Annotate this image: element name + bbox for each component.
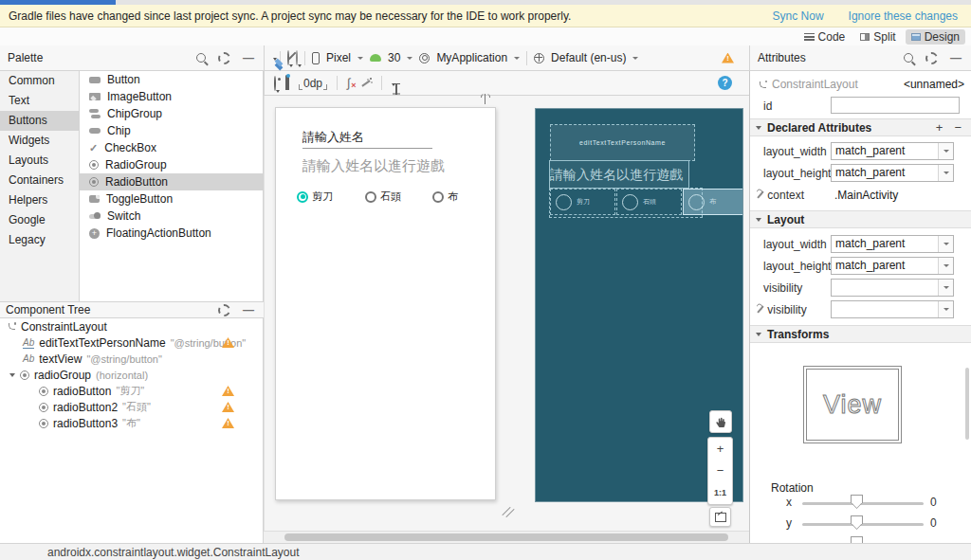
- attr-value[interactable]: .MainActivity: [834, 189, 898, 202]
- night-mode-button[interactable]: [296, 51, 298, 64]
- palette-item-fab[interactable]: +FloatingActionButton: [80, 225, 263, 242]
- layout-section[interactable]: Layout: [750, 210, 971, 228]
- minimize-icon[interactable]: —: [243, 55, 254, 61]
- palette-item-radiobutton[interactable]: RadioButton: [80, 173, 263, 190]
- minimize-icon[interactable]: —: [243, 307, 254, 313]
- transforms-section[interactable]: Transforms: [750, 325, 971, 343]
- id-field[interactable]: [831, 97, 960, 114]
- canvas-resize-handle[interactable]: [501, 506, 514, 517]
- scrollbar-thumb[interactable]: [284, 533, 728, 541]
- tree-node-edittext[interactable]: Ab editTextTextPersonName "@string/butto…: [0, 334, 263, 351]
- palette-item-radiogroup[interactable]: RadioGroup: [80, 156, 263, 173]
- blueprint-radio-group[interactable]: 剪刀 石頭 布: [549, 188, 703, 218]
- locale-selector[interactable]: Default (en-us): [551, 51, 626, 64]
- slider-handle[interactable]: [851, 515, 863, 530]
- zoom-to-fit-button[interactable]: [709, 507, 731, 527]
- tab-split[interactable]: Split: [854, 29, 901, 45]
- expand-chevron-icon[interactable]: [9, 373, 15, 377]
- zoom-100-button[interactable]: 1:1: [714, 487, 726, 499]
- dropdown-button[interactable]: [938, 280, 953, 296]
- infer-constraints-icon[interactable]: [360, 78, 372, 89]
- blueprint-radio-paper-selected[interactable]: 布: [683, 189, 743, 215]
- default-margin-button[interactable]: 0dp: [299, 77, 327, 90]
- palette-item-chip[interactable]: Chip: [80, 122, 263, 139]
- attr-value-dropdown[interactable]: match_parent: [831, 142, 954, 160]
- canvas-radio-rock[interactable]: 石頭: [365, 190, 401, 204]
- zoom-out-button[interactable]: −: [717, 464, 724, 477]
- tree-node-radiogroup[interactable]: radioGroup (horizontal): [0, 367, 263, 383]
- canvas-edittext[interactable]: 請輸入姓名: [302, 129, 364, 146]
- category-helpers[interactable]: Helpers: [0, 190, 79, 210]
- gear-icon[interactable]: [218, 304, 230, 316]
- category-common[interactable]: Common: [0, 71, 79, 91]
- search-icon[interactable]: [196, 53, 206, 63]
- api-level-selector[interactable]: 30: [388, 51, 400, 64]
- tree-node-radiobutton1[interactable]: radioButton "剪刀" !: [0, 383, 263, 399]
- ignore-changes-link[interactable]: Ignore these changes: [849, 9, 958, 23]
- blueprint-radio-rock[interactable]: 石頭: [616, 189, 682, 215]
- zoom-in-button[interactable]: +: [717, 443, 724, 455]
- warning-icon[interactable]: !: [222, 418, 234, 428]
- category-google[interactable]: Google: [0, 210, 79, 230]
- tree-node-textview[interactable]: Ab textView "@string/button": [0, 351, 263, 367]
- tab-code[interactable]: Code: [798, 29, 852, 45]
- search-icon[interactable]: [904, 53, 913, 63]
- category-widgets[interactable]: Widgets: [0, 131, 79, 151]
- dropdown-button[interactable]: [938, 236, 953, 252]
- canvas-radio-scissors[interactable]: 剪刀: [297, 190, 333, 204]
- attr-value-dropdown[interactable]: match_parent: [831, 257, 954, 275]
- attr-value-dropdown[interactable]: [831, 279, 954, 297]
- canvas-hscrollbar[interactable]: [264, 531, 749, 543]
- category-buttons[interactable]: Buttons: [0, 111, 79, 131]
- slider-track[interactable]: [802, 502, 924, 505]
- attr-value-dropdown[interactable]: match_parent: [831, 235, 954, 253]
- palette-item-switch[interactable]: Switch: [80, 208, 263, 225]
- warning-icon[interactable]: !: [722, 53, 734, 63]
- module-selector[interactable]: MyApplication: [436, 51, 507, 64]
- orientation-button[interactable]: [287, 51, 289, 64]
- slider-track[interactable]: [802, 523, 924, 526]
- tree-node-radiobutton3[interactable]: radioButton3 "布" !: [0, 415, 263, 431]
- surface-divider-handle[interactable]: [480, 94, 489, 105]
- remove-attribute-button[interactable]: −: [954, 120, 962, 135]
- add-attribute-button[interactable]: +: [936, 120, 944, 135]
- sync-now-link[interactable]: Sync Now: [773, 9, 824, 23]
- device-selector[interactable]: Pixel: [326, 51, 351, 64]
- pan-button[interactable]: [709, 410, 732, 433]
- blueprint-radio-scissors[interactable]: 剪刀: [550, 189, 615, 215]
- canvas-radio-paper[interactable]: 布: [432, 190, 458, 204]
- clear-constraints-icon[interactable]: ∫: [347, 78, 351, 89]
- palette-item-button[interactable]: Button: [80, 71, 263, 88]
- gear-icon[interactable]: [218, 52, 230, 64]
- category-legacy[interactable]: Legacy: [0, 230, 79, 250]
- dropdown-button[interactable]: [938, 258, 953, 274]
- help-icon[interactable]: ?: [718, 76, 732, 90]
- category-text[interactable]: Text: [0, 91, 79, 111]
- tree-node-radiobutton2[interactable]: radioButton2 "石頭" !: [0, 399, 263, 415]
- blueprint-textview[interactable]: 請輸入姓名以進行遊戲: [549, 160, 689, 189]
- dropdown-button[interactable]: [938, 165, 953, 181]
- declared-attributes-section[interactable]: Declared Attributes + −: [750, 118, 971, 136]
- gear-icon[interactable]: [925, 52, 938, 64]
- canvas-textview[interactable]: 請輸入姓名以進行遊戲: [302, 157, 445, 175]
- palette-item-checkbox[interactable]: ✓CheckBox: [80, 139, 263, 156]
- attr-value-dropdown[interactable]: [831, 300, 954, 318]
- minimize-icon[interactable]: —: [950, 55, 962, 61]
- warning-icon[interactable]: !: [222, 386, 234, 396]
- warning-icon[interactable]: !: [222, 402, 234, 412]
- palette-item-chipgroup[interactable]: ChipGroup: [80, 105, 263, 122]
- palette-item-imagebutton[interactable]: ImageButton: [80, 88, 263, 105]
- view-options-button[interactable]: [274, 77, 276, 90]
- tree-node-constraintlayout[interactable]: ConstraintLayout: [0, 318, 263, 334]
- category-layouts[interactable]: Layouts: [0, 151, 79, 171]
- autoconnect-button[interactable]: [285, 77, 289, 90]
- tab-design[interactable]: Design: [906, 29, 965, 45]
- blueprint-edittext[interactable]: editTextTextPersonName: [550, 124, 695, 161]
- attributes-vscrollbar[interactable]: [965, 368, 969, 440]
- dropdown-button[interactable]: [938, 301, 953, 317]
- slider-handle[interactable]: [851, 495, 863, 509]
- slider-handle[interactable]: [851, 536, 863, 543]
- category-containers[interactable]: Containers: [0, 171, 79, 190]
- design-view-canvas[interactable]: 請輸入姓名 請輸入姓名以進行遊戲 剪刀 石頭 布: [275, 107, 496, 500]
- palette-item-togglebutton[interactable]: ToggleButton: [80, 190, 263, 208]
